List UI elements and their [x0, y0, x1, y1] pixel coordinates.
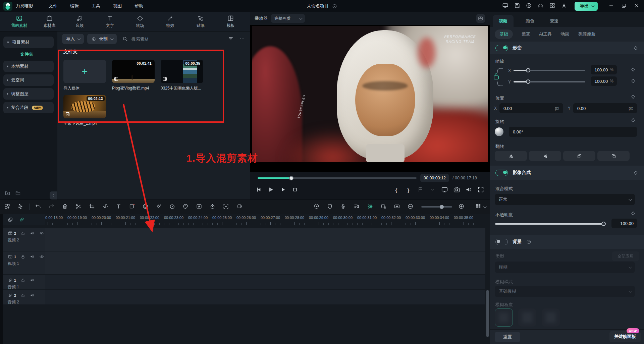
transform-toggle[interactable]	[495, 45, 508, 51]
track-volume-icon[interactable]	[30, 278, 35, 283]
crop-button[interactable]	[89, 203, 95, 211]
eye-icon[interactable]	[39, 231, 44, 236]
subtab-beauty[interactable]: 美颜瘦脸	[578, 31, 595, 37]
keyframe-diamond-icon[interactable]	[630, 211, 636, 216]
keyframe-diamond-icon[interactable]	[630, 67, 636, 72]
step-forward-button[interactable]	[267, 186, 274, 194]
snapshot-button[interactable]	[453, 186, 460, 194]
media-tab-2[interactable]: 音频	[65, 13, 94, 30]
position-x-input[interactable]: 0.00px	[499, 103, 563, 113]
keyframe-diamond-icon[interactable]	[630, 94, 636, 100]
blur-preset-1[interactable]	[495, 308, 513, 327]
marker-button[interactable]	[417, 186, 424, 194]
mixer-button[interactable]	[354, 203, 360, 211]
seek-bar[interactable]	[258, 177, 417, 179]
keyframe-tool-button[interactable]	[156, 203, 162, 211]
scale-link-lock-icon[interactable]	[493, 65, 505, 89]
timeline-lane[interactable]	[45, 228, 485, 251]
sidebar-item-2[interactable]: 本地素材	[3, 61, 54, 72]
media-tab-4[interactable]: 转场	[126, 13, 155, 30]
mic-button[interactable]	[340, 203, 346, 211]
account-button[interactable]	[561, 2, 567, 10]
subtab-basic[interactable]: 基础	[495, 30, 513, 39]
quality-dropdown[interactable]: 完整画质	[271, 14, 305, 23]
subtab-animation[interactable]: 动画	[560, 31, 569, 37]
fit-width-button[interactable]	[394, 203, 400, 211]
lock-icon[interactable]	[20, 293, 25, 298]
scale-x-value[interactable]: 100.00%	[591, 65, 617, 74]
scale-y-value[interactable]: 100.00%	[591, 76, 617, 86]
track-header[interactable]: 1 视频 1	[3, 251, 45, 274]
lock-icon[interactable]	[20, 278, 25, 283]
palette-button[interactable]	[182, 203, 189, 211]
timeline-scrollbar[interactable]	[486, 290, 489, 337]
delete-button[interactable]	[62, 203, 68, 211]
menubar-item-0[interactable]: 文件	[45, 2, 61, 10]
beat-detect-button[interactable]	[102, 203, 108, 211]
volume-button[interactable]	[465, 186, 472, 194]
reset-button[interactable]: 重置	[495, 332, 520, 342]
prev-frame-button[interactable]	[255, 186, 262, 194]
marker-caret-button[interactable]	[429, 186, 436, 194]
zoom-in-button[interactable]	[458, 203, 465, 211]
scale-x-handle[interactable]	[526, 68, 530, 72]
undo-button[interactable]	[35, 203, 41, 211]
rotate-right-button[interactable]	[563, 151, 595, 161]
keyframe-diamond-icon[interactable]	[633, 45, 639, 51]
media-item-thumbnail[interactable]: 00:00:35	[161, 60, 203, 83]
keyframe-diamond-icon[interactable]	[630, 117, 636, 123]
media-tab-1[interactable]: 素材库	[35, 13, 64, 30]
mirror-screen-button[interactable]	[441, 186, 448, 194]
motion-track-button[interactable]	[223, 203, 229, 211]
brace-open-button[interactable]: {	[393, 186, 400, 194]
timeline-ruler[interactable]: 00:00:18:0000:00:19:0000:00:20:0000:00:2…	[45, 214, 485, 225]
position-y-input[interactable]: 0.00px	[573, 103, 637, 113]
smartcut-button[interactable]	[367, 203, 373, 211]
track-header[interactable]: 2 音频 2	[3, 290, 45, 304]
rotate-left-button[interactable]	[597, 151, 630, 161]
track-manager-button[interactable]	[475, 203, 481, 211]
opacity-handle[interactable]	[601, 222, 606, 226]
render-button[interactable]	[313, 203, 320, 211]
zoom-out-button[interactable]	[407, 203, 414, 211]
scale-y-handle[interactable]	[526, 79, 530, 84]
stabilize-button[interactable]	[236, 203, 243, 211]
range-eye-button[interactable]	[380, 203, 387, 211]
scale-y-slider[interactable]	[514, 81, 585, 82]
blend-mode-dropdown[interactable]: 正常	[495, 194, 635, 205]
tab-video[interactable]: 视频	[493, 15, 514, 27]
scope-button[interactable]	[476, 14, 485, 23]
compositing-toggle[interactable]	[495, 170, 508, 176]
sidebar-item-0[interactable]: 项目素材	[3, 37, 54, 48]
sticker-voice-button[interactable]	[142, 203, 149, 211]
lock-icon[interactable]	[20, 231, 25, 236]
play-button[interactable]	[279, 186, 286, 194]
menubar-item-4[interactable]: 帮助	[130, 2, 147, 10]
brace-close-button[interactable]: }	[405, 186, 412, 194]
auto-caption-button[interactable]	[196, 203, 202, 211]
update-button[interactable]	[526, 2, 532, 10]
rotate-knob[interactable]	[495, 127, 503, 136]
eye-icon[interactable]	[39, 254, 44, 259]
bg-type-dropdown[interactable]: 模糊	[495, 262, 635, 273]
subtab-mask[interactable]: 遮罩	[522, 31, 530, 37]
media-item-thumbnail[interactable]: 00:02:13	[63, 95, 106, 118]
zoom-handle[interactable]	[440, 205, 444, 209]
sidebar-item-1[interactable]: 文件夹	[3, 51, 54, 57]
layout-button[interactable]	[549, 2, 555, 10]
fullscreen-button[interactable]	[477, 186, 484, 194]
select-tool-button[interactable]	[17, 203, 24, 211]
keyframe-diamond-icon[interactable]	[630, 78, 636, 84]
media-tab-5[interactable]: 特效	[156, 13, 185, 30]
media-toggle-button[interactable]	[4, 203, 10, 211]
maximize-button[interactable]	[621, 3, 627, 9]
opacity-value[interactable]: 100.00	[611, 219, 637, 228]
track-volume-icon[interactable]	[30, 254, 35, 259]
flip-h-button[interactable]	[495, 151, 527, 161]
blur-preset-2[interactable]	[518, 308, 536, 327]
folder-add-button[interactable]	[5, 190, 10, 197]
track-volume-icon[interactable]	[30, 293, 35, 298]
tab-speed[interactable]: 变速	[544, 15, 565, 27]
import-media-tile[interactable]: +	[63, 60, 106, 83]
keyframe-panel-button[interactable]: 关键帧面板 NEW	[609, 331, 641, 342]
